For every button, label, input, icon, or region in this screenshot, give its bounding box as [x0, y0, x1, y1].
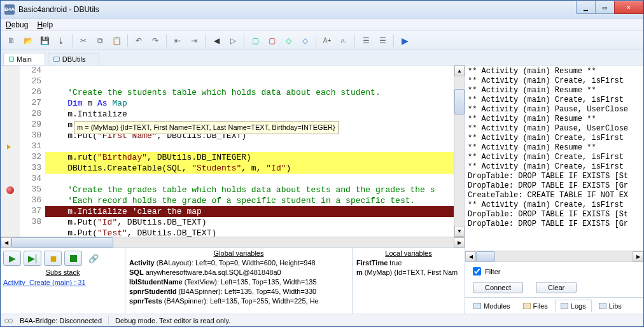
- bookmark-icon[interactable]: ◇: [281, 34, 295, 48]
- connect-button[interactable]: Connect: [473, 282, 523, 293]
- logs-scrollbar[interactable]: ◀ ▶: [465, 251, 643, 262]
- tab-dbutils[interactable]: DBUtils: [48, 53, 99, 65]
- app-icon: B4A: [4, 4, 15, 15]
- debug-panels: ▶ ▶| ▮▮ 🔗 Subs stack Activity_Create (ma…: [1, 247, 465, 314]
- status-bridge: B4A-Bridge: Disconnected: [20, 317, 102, 324]
- tab-modules[interactable]: Modules: [468, 300, 516, 312]
- tab-dbutils-label: DBUtils: [62, 55, 86, 63]
- cut-icon[interactable]: ✂: [76, 34, 90, 48]
- filter-input[interactable]: [473, 267, 481, 275]
- close-button[interactable]: ✕: [614, 1, 643, 14]
- menu-debug[interactable]: Debug: [6, 20, 28, 29]
- files-icon: [523, 303, 531, 309]
- font-smaller-icon[interactable]: A-: [337, 34, 351, 48]
- outdent-icon[interactable]: ⇤: [171, 34, 185, 48]
- breakpoint-column[interactable]: [1, 66, 20, 237]
- tab-main-label: Main: [17, 55, 32, 63]
- undo-icon[interactable]: ↶: [132, 34, 146, 48]
- scroll-down-icon[interactable]: ▼: [454, 226, 465, 237]
- save-icon[interactable]: 💾: [38, 34, 52, 48]
- debug-continue-button[interactable]: ▶: [3, 251, 21, 266]
- vertical-scrollbar[interactable]: ▲ ▼: [454, 66, 465, 237]
- bridge-icon: [4, 317, 13, 324]
- new-icon[interactable]: 🗎: [4, 34, 18, 48]
- scroll-thumb[interactable]: [476, 251, 495, 261]
- scroll-thumb[interactable]: [11, 237, 113, 247]
- copy-icon[interactable]: ⧉: [93, 34, 107, 48]
- logs-icon: [561, 303, 568, 309]
- uncomment-icon[interactable]: ▢: [265, 34, 279, 48]
- work-area: 242526272829303132333435363738 'Create t…: [1, 66, 643, 314]
- indent-icon[interactable]: ⇥: [187, 34, 201, 48]
- scroll-thumb[interactable]: [454, 89, 465, 115]
- tab-libs[interactable]: Libs: [593, 300, 627, 312]
- window-title: Basic4android - DBUtils: [18, 5, 576, 14]
- nav-fwd-icon[interactable]: ▷: [226, 34, 240, 48]
- debug-stop-button[interactable]: [64, 251, 82, 266]
- debug-tooltip: m = (MyMap) {Id=TEXT, First Name=TEXT, L…: [74, 121, 339, 134]
- clear-button[interactable]: Clear: [536, 282, 577, 293]
- subs-stack-link[interactable]: Activity_Create (main) : 31: [3, 279, 86, 286]
- paste-icon[interactable]: 📋: [109, 34, 123, 48]
- font-larger-icon[interactable]: A+: [320, 34, 334, 48]
- list-icon[interactable]: ☰: [359, 34, 373, 48]
- logs-output[interactable]: ** Activity (main) Resume **** Activity …: [465, 66, 643, 251]
- debug-link-button[interactable]: 🔗: [85, 251, 102, 266]
- global-vars-list[interactable]: Activity (BALayout): Left=0, Top=0, Widt…: [125, 258, 352, 314]
- comment-icon[interactable]: ▢: [248, 34, 262, 48]
- scroll-up-icon[interactable]: ▲: [454, 66, 465, 76]
- maximize-button[interactable]: ▭: [595, 1, 614, 14]
- tab-main[interactable]: Main: [3, 53, 45, 65]
- bookmark2-icon[interactable]: ◇: [298, 34, 312, 48]
- debug-pause-button[interactable]: ▮▮: [44, 251, 62, 266]
- open-icon[interactable]: 📂: [21, 34, 35, 48]
- module-tabs: Main DBUtils: [1, 50, 643, 66]
- line-gutter: 242526272829303132333435363738: [20, 66, 45, 237]
- filter-label: Filter: [485, 268, 500, 275]
- local-vars-list[interactable]: FirstTime truem (MyMap) {Id=TEXT, First …: [353, 258, 465, 314]
- scroll-left-icon[interactable]: ◀: [465, 251, 476, 261]
- tab-files[interactable]: Files: [517, 300, 554, 312]
- filter-checkbox[interactable]: Filter: [473, 267, 636, 275]
- menu-bar: Debug Help: [1, 18, 643, 31]
- libs-icon: [599, 303, 606, 309]
- run-button[interactable]: ▶: [398, 34, 412, 48]
- module-icon: [9, 57, 14, 62]
- tab-logs[interactable]: Logs: [555, 300, 592, 312]
- scroll-right-icon[interactable]: ▶: [633, 251, 643, 261]
- modules-icon: [473, 303, 481, 309]
- status-bar: B4A-Bridge: Disconnected Debug mode. Tex…: [1, 314, 643, 326]
- title-bar: B4A Basic4android - DBUtils ▁ ▭ ✕: [1, 1, 643, 18]
- status-mode: Debug mode. Text editor is read only.: [115, 317, 230, 324]
- module-icon: [53, 57, 60, 62]
- toolbar: 🗎 📂 💾 ⭳ ✂ ⧉ 📋 ↶ ↷ ⇤ ⇥ ◀ ▷ ▢ ▢ ◇ ◇ A+ A- …: [1, 31, 643, 50]
- redo-icon[interactable]: ↷: [148, 34, 162, 48]
- code-area[interactable]: 'Create the students table which holds d…: [45, 66, 454, 237]
- debug-step-button[interactable]: ▶|: [24, 251, 41, 266]
- nav-back-icon[interactable]: ◀: [209, 34, 223, 48]
- scroll-left-icon[interactable]: ◀: [1, 237, 11, 247]
- list2-icon[interactable]: ☰: [375, 34, 389, 48]
- export-icon[interactable]: ⭳: [54, 34, 68, 48]
- global-vars-title: Global variables: [125, 248, 352, 258]
- minimize-button[interactable]: ▁: [576, 1, 595, 14]
- scroll-right-icon[interactable]: ▶: [454, 237, 465, 247]
- code-editor[interactable]: 242526272829303132333435363738 'Create t…: [1, 66, 465, 237]
- bottom-tabs: Modules Files Logs Libs: [465, 297, 643, 314]
- menu-help[interactable]: Help: [37, 20, 53, 29]
- local-vars-title: Local variables: [353, 248, 465, 258]
- subs-stack-title: Subs stack: [3, 268, 122, 276]
- horizontal-scrollbar[interactable]: ◀ ▶: [1, 237, 465, 247]
